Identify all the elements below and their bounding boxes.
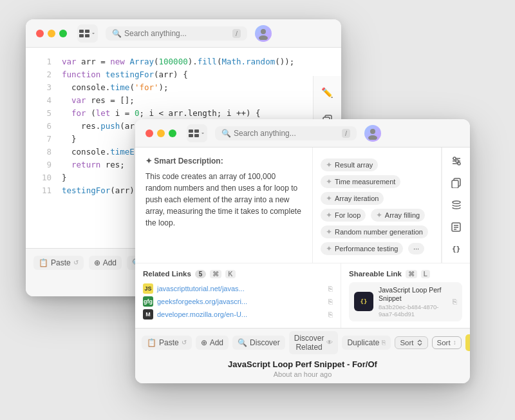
svg-rect-1 [85, 30, 89, 33]
paste-icon: 📋 [39, 258, 48, 267]
code-line-2: 2function testingFor(arr) { [26, 68, 313, 81]
gfg-link-icon: gfg [143, 296, 153, 307]
svg-rect-11 [194, 129, 199, 133]
link-item-gfg[interactable]: gfg geeksforgeeks.org/javascri... ⎘ [143, 295, 333, 308]
gfg-link-url: geeksforgeeks.org/javascri... [157, 298, 247, 305]
close-button[interactable] [36, 30, 44, 37]
avatar-front [364, 125, 381, 142]
cmd-key-share: ⌘ [406, 270, 417, 278]
svg-rect-2 [79, 34, 84, 37]
paste-arrow: ↺ [182, 339, 187, 346]
code-line-3: 3 console.time('for'); [26, 81, 313, 94]
view-toggle-button[interactable] [77, 24, 98, 43]
tx-icon-front[interactable]: Tx [465, 334, 470, 351]
shareable-header: Shareable Link ⌘ L [349, 270, 462, 278]
smart-description-panel: ✦ Smart Description: This code creates a… [135, 148, 313, 263]
svg-point-24 [453, 201, 460, 204]
svg-point-4 [261, 29, 266, 34]
l-key: L [421, 270, 430, 278]
mdn-link-icon: M [143, 309, 153, 320]
front-window: 🔍 / ✦ Smart Description: This code creat… [135, 119, 470, 383]
close-button-front[interactable] [145, 129, 153, 137]
search-icon-front: 🔍 [221, 129, 231, 138]
svg-point-14 [370, 129, 375, 134]
svg-point-5 [259, 35, 268, 40]
front-search-bar[interactable]: 🔍 / [215, 126, 357, 140]
traffic-lights-front [143, 129, 179, 137]
js-link-url: javascripttutorial.net/javas... [157, 285, 245, 292]
front-window-title-area: JavaScript Loop Perf Snippet - For/Of Ab… [135, 356, 470, 383]
note-icon[interactable] [447, 220, 465, 234]
avatar-back [255, 25, 272, 42]
discover-button-front[interactable]: 🔍 Discover [232, 336, 285, 350]
paste-button-front[interactable]: 📋 Paste ↺ [142, 336, 192, 350]
add-button-front[interactable]: ⊕ Add [196, 336, 229, 350]
link-item-mdn[interactable]: M developer.mozilla.org/en-U... ⎘ [143, 308, 333, 321]
shareable-item[interactable]: {} JavaScript Loop Perf Snippet 8a3b20ec… [349, 282, 462, 321]
shareable-title: JavaScript Loop Perf Snippet [379, 286, 447, 303]
tag-array-filling[interactable]: ✦ Array filling [371, 209, 425, 222]
smart-desc-text: This code creates an array of 100,000 ra… [145, 171, 302, 229]
code-line-5: 5 for (let i = 0; i < arr.length; i ++) … [26, 107, 313, 120]
svg-point-21 [458, 162, 460, 165]
maximize-button-front[interactable] [169, 129, 176, 137]
back-search-bar[interactable]: 🔍 / [106, 26, 247, 41]
back-search-input[interactable] [124, 29, 230, 38]
json-icon[interactable]: {} [447, 242, 465, 256]
shareable-text-area: JavaScript Loop Perf Snippet 8a3b20ec-b4… [379, 286, 447, 318]
link-item-js[interactable]: JS javascripttutorial.net/javas... ⎘ [143, 282, 333, 295]
front-app-icons: Tx {JS} {↺} JS ··· [465, 334, 470, 351]
svg-rect-10 [189, 129, 193, 133]
dup-icon: ⎘ [382, 339, 386, 346]
paste-shortcut: ↺ [73, 259, 79, 266]
js-link-copy[interactable]: ⎘ [328, 285, 333, 292]
svg-rect-23 [452, 180, 458, 188]
related-links-panel: Related Links 5 ⌘ K JS javascripttutoria… [135, 263, 341, 328]
tag-performance[interactable]: ✦ Performance testing [321, 242, 403, 255]
slash-shortcut: / [232, 29, 241, 38]
paste-button-back[interactable]: 📋 Paste ↺ [33, 256, 84, 270]
front-bottom-toolbar: 📋 Paste ↺ ⊕ Add 🔍 Discover Discover Rela… [135, 328, 470, 356]
shareable-js-icon: {} [354, 292, 373, 311]
tag-random-number[interactable]: ✦ Random number generation [321, 225, 428, 238]
tags-panel: ✦ Result array ✦ Time measurement ✦ Arra… [313, 148, 442, 263]
sort-button-2[interactable]: Sort ↕ [432, 336, 462, 349]
mdn-link-copy[interactable]: ⎘ [328, 310, 333, 318]
discover-related-button-front[interactable]: Discover Related 👁 [289, 331, 339, 354]
svg-point-20 [456, 160, 458, 162]
shareable-copy-icon[interactable]: ⎘ [453, 298, 457, 305]
view-toggle-button-front[interactable] [187, 124, 207, 142]
tag-more[interactable]: ··· [408, 243, 424, 254]
front-search-input[interactable] [234, 129, 339, 138]
duplicate-button-front[interactable]: Duplicate ⎘ [342, 336, 391, 350]
tag-for-loop[interactable]: ✦ For loop [321, 209, 366, 222]
sort-button-1[interactable]: Sort [395, 336, 427, 349]
links-count: 5 [195, 270, 207, 278]
k-key: K [225, 270, 235, 278]
add-button-back[interactable]: ⊕ Add [89, 256, 122, 270]
maximize-button[interactable] [59, 30, 67, 37]
front-title-bar: 🔍 / [135, 119, 470, 148]
sliders-icon[interactable] [447, 154, 465, 168]
minimize-button-front[interactable] [157, 129, 165, 137]
tag-result-array[interactable]: ✦ Result array [321, 158, 378, 171]
svg-point-15 [368, 135, 377, 140]
discover-icon-front: 🔍 [238, 338, 247, 347]
code-line-4: 4 var res = []; [26, 94, 313, 107]
front-sidebar: {} [442, 148, 470, 263]
tag-array-iteration[interactable]: ✦ Array iteration [321, 192, 384, 205]
copy2-icon[interactable] [447, 176, 465, 190]
shareable-hash: 8a3b20ec-b484-4870-9aa7-64bd91 [379, 303, 447, 318]
back-title-bar: 🔍 / [26, 19, 341, 48]
minimize-button[interactable] [48, 30, 55, 37]
front-window-title: JavaScript Loop Perf Snippet - For/Of [145, 359, 460, 369]
slash-shortcut-front: / [342, 129, 350, 138]
add-icon-front: ⊕ [201, 338, 207, 347]
edit-icon[interactable]: ✏️ [319, 84, 337, 102]
svg-point-19 [453, 157, 456, 160]
front-main-area: ✦ Smart Description: This code creates a… [135, 148, 470, 263]
layers-icon[interactable] [447, 198, 465, 212]
tag-time-measurement[interactable]: ✦ Time measurement [321, 175, 400, 188]
front-content: ✦ Smart Description: This code creates a… [135, 148, 470, 383]
gfg-link-copy[interactable]: ⎘ [328, 298, 333, 305]
